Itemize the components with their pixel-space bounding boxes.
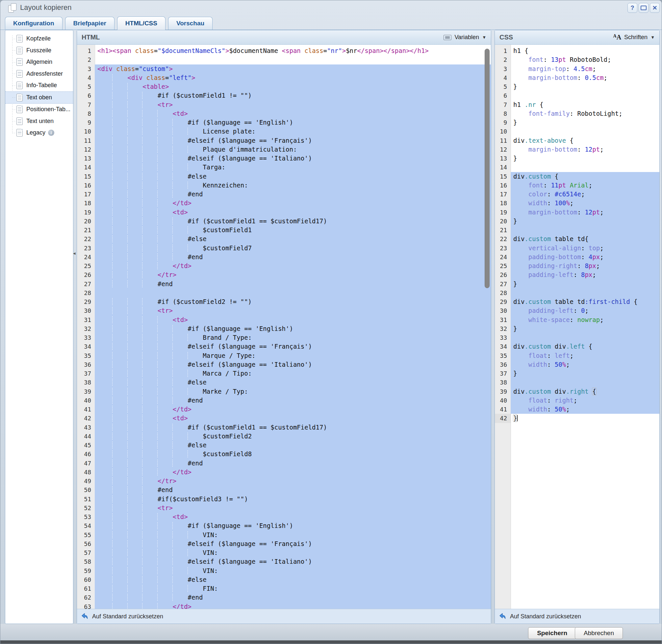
code-line: 29div.custom table td:first-child {: [495, 297, 659, 306]
fonts-icon: AA: [613, 33, 621, 41]
code-line: 52 <tr>: [77, 504, 491, 512]
code-line: 50 #end: [77, 485, 491, 495]
sidebar-item-label: Info-Tabelle: [26, 82, 57, 89]
css-code-editor[interactable]: 1h1 {2 font: 13pt RobotoBold;3 margin-to…: [495, 45, 659, 609]
html-editor-panel: HTML Variablen ▼ 1<h1><span class="$docu…: [77, 30, 491, 624]
code-line: 17 #end: [77, 190, 491, 199]
document-icon: [17, 82, 23, 89]
document-icon: [17, 47, 23, 54]
code-line: 19 <td>: [77, 208, 491, 217]
code-line: 27 #end: [77, 280, 491, 289]
code-line: 40 float: right;: [495, 396, 659, 405]
collapse-sidebar-handle[interactable]: ◂: [73, 250, 76, 256]
code-line: 20 #if ($customField1 == $customField17): [77, 217, 491, 226]
code-line: 22div.custom table td{: [495, 234, 659, 244]
fonts-dropdown-button[interactable]: AA Schriften ▼: [613, 33, 655, 41]
document-icon: [17, 94, 23, 101]
code-line: 36 width: 50%;: [495, 360, 659, 369]
save-button[interactable]: Speichern: [528, 627, 576, 639]
maximize-button[interactable]: [639, 3, 648, 13]
code-line: 34 #elseif ($language == 'Français'): [77, 342, 491, 351]
code-line: 54 #if ($language == 'English'): [77, 521, 491, 530]
sidebar-item-allgemein[interactable]: Allgemein: [5, 56, 73, 68]
code-line: 23 $customField7: [77, 244, 491, 253]
variable-field-icon: [443, 35, 451, 40]
variables-dropdown-button[interactable]: Variablen ▼: [443, 34, 486, 41]
code-line: 35 Marque / Type:: [77, 351, 491, 360]
code-line: 38: [495, 378, 659, 387]
info-icon[interactable]: i: [48, 130, 54, 136]
html-code-editor[interactable]: 1<h1><span class="$documentNameCls">$doc…: [77, 45, 491, 609]
code-line: 5}: [495, 82, 659, 91]
background-app-edge: [0, 640, 662, 644]
code-line: 42 <td>: [77, 414, 491, 423]
code-line: 19 margin-bottom: 12pt;: [495, 208, 659, 217]
code-line: 11 #elseif ($language == 'Français'): [77, 136, 491, 145]
code-line: 36 #elseif ($language == 'Italiano'): [77, 360, 491, 369]
code-line: 1h1 {: [495, 46, 659, 55]
close-button[interactable]: ✕: [650, 3, 660, 13]
layout-copy-dialog: Layout kopieren ? ✕ Konfiguration Briefp…: [0, 0, 662, 644]
undo-icon: [81, 613, 89, 620]
sidebar-item-text-unten[interactable]: Text unten: [5, 115, 73, 127]
sidebar-item-adressfenster[interactable]: Adressfenster: [5, 68, 73, 80]
sidebar-item-label: Kopfzeile: [26, 35, 51, 42]
sidebar-item-legacy[interactable]: Legacyi: [5, 127, 73, 139]
tab-konfiguration[interactable]: Konfiguration: [5, 17, 63, 30]
code-line: 9 #if ($language == 'English'): [77, 118, 491, 127]
code-line: 60 #else: [77, 575, 491, 584]
code-line: 29 #if ($customField2 != ""): [77, 297, 491, 306]
code-line: 3<div class="custom">: [77, 65, 491, 73]
document-icon: [17, 35, 23, 42]
sidebar-item-fusszeile[interactable]: Fusszeile: [5, 45, 73, 56]
sidebar-item-info-tabelle[interactable]: Info-Tabelle: [5, 79, 73, 91]
chevron-down-icon: ▼: [482, 35, 486, 40]
titlebar: Layout kopieren ? ✕: [0, 0, 662, 16]
code-line: 38 #else: [77, 378, 491, 387]
sidebar-item-text-oben[interactable]: Text oben: [5, 91, 73, 104]
code-line: 9}: [495, 118, 659, 127]
code-line: 44 $customField2: [77, 432, 491, 441]
code-line: 15 #else: [77, 172, 491, 181]
dialog-footer: Speichern Abbrechen: [0, 624, 662, 640]
html-reset-button[interactable]: Auf Standard zurücksetzen: [81, 613, 163, 620]
document-icon: [17, 58, 23, 66]
scrollbar-thumb[interactable]: [485, 49, 489, 288]
dialog-title: Layout kopieren: [20, 3, 72, 12]
sidebar-item-positionen-tabelle[interactable]: Positionen-Tab...: [5, 104, 73, 115]
tab-vorschau[interactable]: Vorschau: [168, 17, 212, 30]
html-panel-header: HTML Variablen ▼: [77, 30, 491, 45]
code-line: 7h1 .nr {: [495, 100, 659, 109]
code-line: 12 Plaque d'immatriculation:: [77, 145, 491, 154]
code-line: 59 VIN:: [77, 567, 491, 575]
code-line: 55 VIN:: [77, 531, 491, 539]
css-reset-bar: Auf Standard zurücksetzen: [495, 609, 659, 624]
code-line: 40 #end: [77, 396, 491, 405]
html-panel-title: HTML: [82, 33, 100, 41]
code-line: 57 VIN:: [77, 548, 491, 557]
code-line: 28: [495, 289, 659, 297]
code-line: 37 Marca / Tipo:: [77, 369, 491, 378]
code-line: 45 #else: [77, 441, 491, 450]
code-line: 31 white-space: nowrap;: [495, 316, 659, 324]
cancel-button[interactable]: Abbrechen: [575, 627, 623, 639]
code-line: 39div.custom div.right {: [495, 387, 659, 396]
tab-briefpapier[interactable]: Briefpapier: [65, 17, 114, 30]
sidebar-item-kopfzeile[interactable]: Kopfzeile: [5, 33, 73, 45]
code-line: 10: [495, 127, 659, 136]
code-line: 62 #end: [77, 593, 491, 602]
maximize-icon: [641, 6, 646, 10]
css-editor-panel: CSS AA Schriften ▼ 1h1 {2 font: 13pt Rob…: [495, 30, 660, 624]
document-icon: [17, 70, 23, 77]
help-button[interactable]: ?: [627, 3, 637, 13]
css-reset-button[interactable]: Auf Standard zurücksetzen: [499, 613, 581, 620]
section-tree: Kopfzeile Fusszeile Allgemein Adressfens…: [5, 30, 73, 139]
tab-html-css[interactable]: HTML/CSS: [117, 17, 165, 30]
code-line: 18 </td>: [77, 199, 491, 208]
code-line: 41 width: 50%;: [495, 405, 659, 414]
code-line: 33: [495, 333, 659, 342]
code-line: 51 #if($customField3 != ""): [77, 495, 491, 504]
code-line: 28: [77, 289, 491, 297]
html-reset-bar: Auf Standard zurücksetzen: [77, 609, 491, 624]
code-line: 13}: [495, 154, 659, 163]
